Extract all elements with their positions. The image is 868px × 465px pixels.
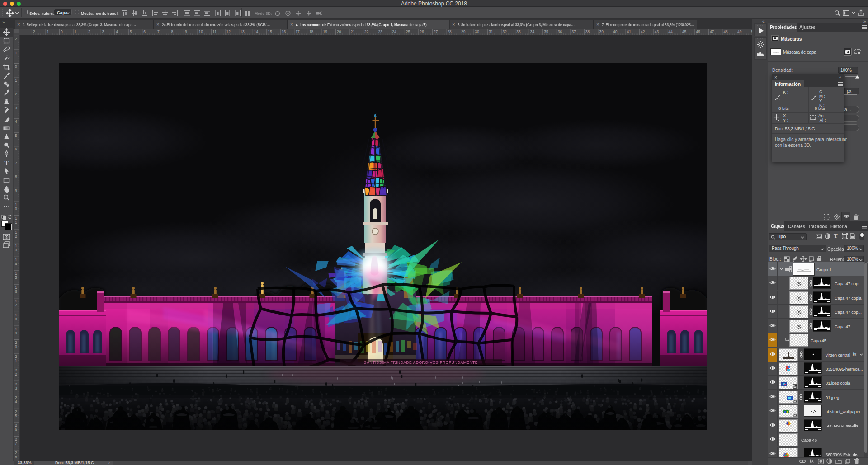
- svg-text:4: 4: [15, 262, 17, 266]
- svg-text:3: 3: [102, 29, 104, 34]
- svg-text:6: 6: [15, 147, 17, 151]
- svg-text:6: 6: [15, 427, 17, 432]
- svg-text:1: 1: [75, 29, 77, 34]
- svg-text:0: 0: [15, 207, 17, 211]
- svg-text:8: 8: [15, 455, 17, 459]
- svg-text:7: 7: [15, 441, 17, 446]
- svg-text:27: 27: [434, 29, 438, 34]
- svg-text:24: 24: [392, 29, 396, 34]
- svg-text:5: 5: [15, 275, 17, 280]
- svg-text:1: 1: [15, 358, 17, 363]
- svg-text:35: 35: [544, 29, 548, 34]
- svg-text:17: 17: [295, 29, 300, 34]
- svg-text:3: 3: [15, 386, 17, 390]
- svg-text:9: 9: [185, 29, 187, 34]
- svg-text:1: 1: [15, 220, 17, 225]
- svg-text:0: 0: [61, 29, 63, 34]
- svg-text:10: 10: [199, 29, 203, 34]
- svg-text:2: 2: [15, 372, 17, 376]
- svg-text:18: 18: [309, 29, 314, 34]
- svg-text:7: 7: [157, 29, 160, 34]
- svg-text:8: 8: [15, 317, 17, 321]
- svg-text:9: 9: [15, 331, 17, 335]
- svg-text:47: 47: [710, 29, 714, 34]
- svg-text:49: 49: [737, 29, 742, 34]
- svg-text:T: T: [4, 160, 9, 167]
- svg-text:8: 8: [171, 29, 173, 34]
- svg-text:39: 39: [599, 29, 604, 34]
- svg-text:1: 1: [15, 51, 17, 55]
- svg-text:25: 25: [406, 29, 410, 34]
- svg-text:41: 41: [627, 29, 632, 34]
- svg-text:19: 19: [323, 29, 328, 34]
- svg-text:45: 45: [682, 29, 687, 34]
- svg-text:7: 7: [15, 303, 17, 307]
- svg-text:48: 48: [723, 29, 728, 34]
- svg-text:20: 20: [337, 29, 341, 34]
- svg-text:4: 4: [116, 29, 118, 34]
- svg-text:11: 11: [212, 29, 217, 34]
- svg-text:15: 15: [268, 29, 272, 34]
- svg-text:0: 0: [15, 64, 17, 69]
- svg-text:4: 4: [15, 119, 17, 124]
- svg-text:23: 23: [378, 29, 383, 34]
- svg-text:44: 44: [668, 29, 673, 34]
- svg-text:29: 29: [461, 29, 466, 34]
- svg-text:9: 9: [15, 188, 17, 193]
- svg-text:36: 36: [558, 29, 562, 34]
- svg-text:14: 14: [254, 29, 259, 34]
- svg-text:7: 7: [15, 161, 17, 165]
- svg-text:1: 1: [15, 78, 17, 83]
- svg-text:6: 6: [15, 289, 17, 294]
- svg-text:6: 6: [143, 29, 146, 34]
- svg-text:16: 16: [282, 29, 286, 34]
- svg-text:21: 21: [351, 29, 355, 34]
- svg-text:34: 34: [530, 29, 535, 34]
- svg-text:37: 37: [571, 29, 576, 34]
- svg-text:5: 5: [15, 133, 17, 138]
- svg-text:30: 30: [475, 29, 480, 34]
- svg-text:33: 33: [516, 29, 521, 34]
- svg-text:2: 2: [33, 29, 35, 34]
- svg-text:22: 22: [364, 29, 369, 34]
- svg-text:2: 2: [15, 92, 17, 96]
- svg-text:46: 46: [696, 29, 700, 34]
- svg-text:31: 31: [489, 29, 493, 34]
- svg-text:2: 2: [15, 234, 17, 239]
- svg-text:0: 0: [15, 344, 17, 349]
- svg-text:32: 32: [503, 29, 507, 34]
- svg-text:3: 3: [15, 106, 17, 110]
- svg-text:26: 26: [420, 29, 424, 34]
- svg-text:40: 40: [613, 29, 618, 34]
- svg-text:43: 43: [655, 29, 659, 34]
- svg-text:3: 3: [15, 248, 17, 252]
- svg-text:2: 2: [88, 29, 90, 34]
- svg-text:12: 12: [226, 29, 231, 34]
- svg-text:1: 1: [47, 29, 49, 34]
- svg-text:5: 5: [15, 413, 17, 418]
- svg-text:4: 4: [15, 399, 17, 404]
- svg-text:38: 38: [585, 29, 590, 34]
- svg-text:5: 5: [130, 29, 132, 34]
- svg-text:42: 42: [641, 29, 645, 34]
- svg-text:13: 13: [240, 29, 245, 34]
- svg-text:2: 2: [15, 37, 17, 41]
- svg-text:28: 28: [447, 29, 452, 34]
- svg-text:8: 8: [15, 174, 17, 179]
